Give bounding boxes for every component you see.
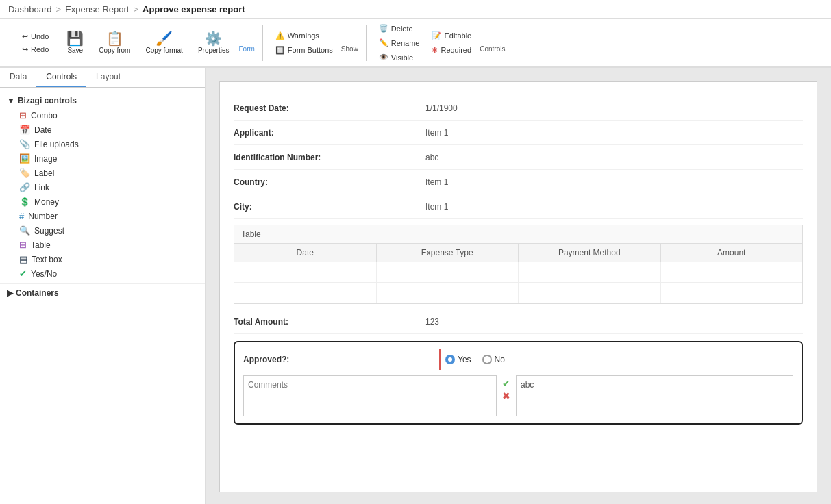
show-group-label: Show [341, 45, 358, 53]
breadcrumb-item-expense[interactable]: Expense Report [65, 4, 129, 14]
control-file-uploads[interactable]: 📎 File uploads [0, 137, 205, 151]
table-label: Table [31, 240, 51, 250]
undo-icon: ↩ [22, 32, 28, 41]
control-combo[interactable]: ⊞ Combo [0, 108, 205, 123]
date-label: Date [34, 125, 51, 135]
breadcrumb-sep-1: > [56, 4, 62, 14]
field-request-date: Request Date: 1/1/1900 [234, 96, 803, 121]
col-date: Date [234, 244, 377, 262]
control-money[interactable]: 💲 Money [0, 194, 205, 209]
toolbar-form-group: ↩ Undo ↪ Redo 💾 Save 📋 Copy from 🖌️ Copy… [5, 22, 263, 64]
table-cell [661, 283, 803, 303]
save-icon: 💾 [66, 32, 84, 45]
table-row [234, 283, 802, 303]
bizagi-controls-section: ▼ Bizagi controls ⊞ Combo 📅 Date 📎 File … [0, 93, 205, 281]
bizagi-controls-label: Bizagi controls [18, 96, 77, 105]
check-icon[interactable]: ✔ [502, 378, 510, 389]
right-panel: Request Date: 1/1/1900 Applicant: Item 1… [206, 68, 831, 504]
radio-no-label: No [495, 355, 505, 364]
radio-yes[interactable]: Yes [445, 355, 471, 364]
bizagi-controls-header[interactable]: ▼ Bizagi controls [0, 93, 205, 108]
control-textbox[interactable]: ▤ Text box [0, 252, 205, 266]
link-label: Link [34, 183, 49, 192]
radio-yes-button[interactable] [445, 355, 455, 364]
radio-no[interactable]: No [482, 355, 505, 364]
left-panel: Data Controls Layout ▼ Bizagi controls ⊞… [0, 68, 206, 504]
combo-label: Combo [31, 111, 58, 121]
properties-label: Properties [198, 47, 230, 54]
comments-row: ✔ ✖ [243, 375, 793, 416]
yesno-label: Yes/No [31, 269, 57, 279]
table-cell [519, 262, 661, 282]
textbox-icon: ▤ [19, 254, 27, 264]
approved-label: Approved?: [243, 355, 435, 364]
control-table[interactable]: ⊞ Table [0, 238, 205, 252]
editable-button[interactable]: 📝 Editable [427, 29, 475, 42]
control-suggest[interactable]: 🔍 Suggest [0, 223, 205, 238]
file-icon: 📎 [19, 139, 30, 149]
control-date[interactable]: 📅 Date [0, 123, 205, 137]
controls-group-label: Controls [480, 45, 505, 53]
undo-button[interactable]: ↩ Undo [19, 31, 51, 42]
control-link[interactable]: 🔗 Link [0, 180, 205, 194]
number-icon: # [19, 211, 24, 221]
visible-label: Visible [391, 53, 413, 62]
warnings-button[interactable]: ⚠️ Warnings [271, 29, 337, 42]
visible-button[interactable]: 👁️ Visible [375, 51, 424, 64]
identification-value: abc [425, 153, 803, 162]
required-label: Required [441, 46, 471, 54]
properties-button[interactable]: ⚙️ Properties [193, 29, 235, 57]
comments-input[interactable] [243, 375, 497, 416]
delete-icon: 🗑️ [379, 24, 388, 33]
table-cell [377, 262, 519, 282]
save-button[interactable]: 💾 Save [61, 29, 89, 57]
copy-from-icon: 📋 [106, 32, 123, 45]
tab-layout[interactable]: Layout [86, 68, 130, 87]
request-date-label: Request Date: [234, 103, 425, 113]
tab-data[interactable]: Data [0, 68, 36, 87]
approved-section: Approved?: Yes No [234, 341, 803, 425]
col-amount: Amount [661, 244, 803, 262]
tab-controls[interactable]: Controls [36, 68, 86, 87]
radio-yes-label: Yes [458, 355, 471, 364]
rename-icon: ✏️ [379, 38, 388, 47]
redo-button[interactable]: ↪ Redo [19, 44, 51, 55]
control-yesno[interactable]: ✔ Yes/No [0, 266, 205, 281]
toolbar-controls-group: 🗑️ Delete ✏️ Rename 👁️ Visible 📝 Editabl… [367, 22, 514, 64]
table-cell [234, 262, 377, 282]
containers-label: Containers [16, 288, 59, 298]
rename-button[interactable]: ✏️ Rename [375, 36, 424, 49]
copy-from-button[interactable]: 📋 Copy from [93, 29, 136, 57]
x-icon[interactable]: ✖ [502, 390, 510, 401]
total-amount-value: 123 [425, 317, 803, 327]
field-country: Country: Item 1 [234, 170, 803, 194]
required-button[interactable]: ✱ Required [427, 44, 475, 57]
table-header: Date Expense Type Payment Method Amount [234, 244, 802, 262]
control-image[interactable]: 🖼️ Image [0, 151, 205, 166]
suggest-icon: 🔍 [19, 225, 30, 236]
table-title: Table [234, 225, 802, 244]
date-icon: 📅 [19, 125, 30, 135]
file-label: File uploads [34, 140, 79, 149]
delete-button[interactable]: 🗑️ Delete [375, 22, 424, 35]
radio-no-button[interactable] [482, 355, 492, 364]
control-label[interactable]: 🏷️ Label [0, 166, 205, 180]
redo-label: Redo [31, 45, 49, 53]
containers-header[interactable]: ▶ Containers [0, 284, 205, 302]
field-applicant: Applicant: Item 1 [234, 121, 803, 145]
col-payment-method: Payment Method [519, 244, 661, 262]
form-group-label: Form [238, 45, 254, 53]
applicant-label: Applicant: [234, 128, 425, 138]
breadcrumb-item-active: Approve expense report [142, 4, 245, 14]
form-buttons-button[interactable]: 🔲 Form Buttons [271, 44, 337, 57]
breadcrumb-item-dashboard[interactable]: Dashboard [8, 4, 52, 14]
copy-format-button[interactable]: 🖌️ Copy format [140, 29, 188, 57]
controls-col-1: 🗑️ Delete ✏️ Rename 👁️ Visible [375, 22, 424, 64]
control-number[interactable]: # Number [0, 209, 205, 223]
textbox-label: Text box [32, 255, 62, 264]
field-identification: Identification Number: abc [234, 145, 803, 170]
show-col: ⚠️ Warnings 🔲 Form Buttons [271, 29, 337, 57]
toolbar: ↩ Undo ↪ Redo 💾 Save 📋 Copy from 🖌️ Copy… [0, 19, 831, 68]
text-area-right[interactable] [516, 375, 793, 416]
warnings-icon: ⚠️ [275, 32, 285, 40]
